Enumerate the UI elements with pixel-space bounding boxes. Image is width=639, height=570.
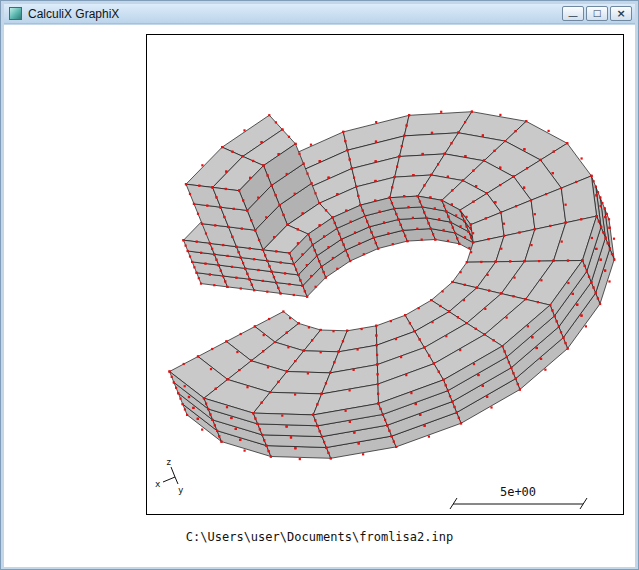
node-dot — [416, 228, 418, 230]
node-dot — [278, 153, 280, 155]
plot-viewport[interactable]: x y z 5e+00 — [146, 34, 624, 515]
node-dot — [222, 275, 224, 277]
node-dot — [185, 245, 187, 247]
node-dot — [216, 196, 218, 198]
node-dot — [277, 287, 279, 289]
node-dot — [252, 412, 254, 414]
node-dot — [184, 385, 186, 387]
node-dot — [186, 414, 188, 416]
node-dot — [419, 414, 421, 416]
mesh-svg: x y z 5e+00 — [147, 35, 623, 514]
node-dot — [401, 145, 403, 147]
node-dot — [262, 280, 264, 282]
node-dot — [366, 220, 368, 222]
minimize-button[interactable]: — — [562, 6, 584, 21]
node-dot — [387, 232, 389, 234]
node-dot — [513, 176, 515, 178]
node-dot — [307, 233, 309, 235]
node-dot — [240, 287, 242, 289]
node-dot — [236, 351, 238, 353]
node-dot — [404, 314, 406, 316]
node-dot — [437, 163, 439, 165]
node-dot — [315, 286, 317, 288]
node-dot — [269, 265, 271, 267]
node-dot — [460, 271, 462, 273]
node-dot — [298, 322, 300, 324]
node-dot — [613, 259, 615, 261]
node-dot — [527, 325, 529, 327]
node-dot — [280, 292, 282, 294]
element-face — [403, 229, 435, 242]
node-dot — [309, 238, 311, 240]
node-dot — [472, 241, 474, 243]
node-dot — [512, 372, 514, 374]
maximize-button[interactable]: □ — [586, 6, 608, 21]
node-dot — [403, 135, 405, 137]
node-dot — [451, 189, 453, 191]
node-dot — [220, 206, 222, 208]
node-dot — [453, 406, 455, 408]
node-dot — [450, 221, 452, 223]
node-dot — [253, 258, 255, 260]
node-dot — [423, 211, 425, 213]
node-dot — [210, 368, 212, 370]
node-dot — [308, 326, 310, 328]
node-dot — [325, 446, 327, 448]
node-dot — [225, 171, 227, 173]
node-dot — [438, 218, 440, 220]
node-dot — [405, 374, 407, 376]
node-dot — [230, 417, 232, 419]
node-dot — [218, 435, 220, 437]
node-dot — [325, 209, 327, 211]
close-button[interactable]: × — [610, 6, 632, 21]
node-dot — [254, 417, 256, 419]
node-dot — [607, 242, 609, 244]
node-dot — [551, 309, 553, 311]
node-dot — [421, 239, 423, 241]
node-dot — [486, 192, 488, 194]
node-dot — [379, 210, 381, 212]
node-dot — [262, 350, 264, 352]
node-dot — [585, 325, 587, 327]
node-dot — [215, 388, 217, 390]
node-dot — [476, 287, 478, 289]
node-dot — [345, 410, 347, 412]
node-dot — [205, 232, 207, 234]
node-dot — [323, 441, 325, 443]
node-dot — [297, 274, 299, 276]
node-dot — [400, 224, 402, 226]
node-dot — [447, 240, 449, 242]
node-dot — [242, 199, 244, 201]
node-dot — [350, 221, 352, 223]
node-dot — [475, 328, 477, 330]
element-face — [390, 196, 422, 208]
node-dot — [508, 361, 510, 363]
node-dot — [314, 192, 316, 194]
node-dot — [266, 291, 268, 293]
node-dot — [310, 182, 312, 184]
titlebar[interactable]: CalculiX GraphiX — □ × — [4, 4, 635, 24]
node-dot — [171, 376, 173, 378]
node-dot — [240, 333, 242, 335]
node-dot — [523, 148, 525, 150]
node-dot — [273, 236, 275, 238]
node-dot — [254, 229, 256, 231]
node-dot — [250, 360, 252, 362]
node-dot — [552, 172, 554, 174]
node-dot — [608, 280, 610, 282]
node-dot — [321, 436, 323, 438]
node-dot — [216, 430, 218, 432]
node-dot — [600, 259, 602, 261]
node-dot — [537, 301, 539, 303]
node-dot — [193, 203, 195, 205]
node-dot — [604, 216, 606, 218]
node-dot — [327, 246, 329, 248]
node-dot — [439, 305, 441, 307]
node-dot — [198, 277, 200, 279]
node-dot — [301, 253, 303, 255]
node-dot — [575, 181, 577, 183]
node-dot — [310, 275, 312, 277]
node-dot — [591, 237, 593, 239]
node-dot — [565, 204, 567, 206]
node-dot — [251, 284, 253, 286]
